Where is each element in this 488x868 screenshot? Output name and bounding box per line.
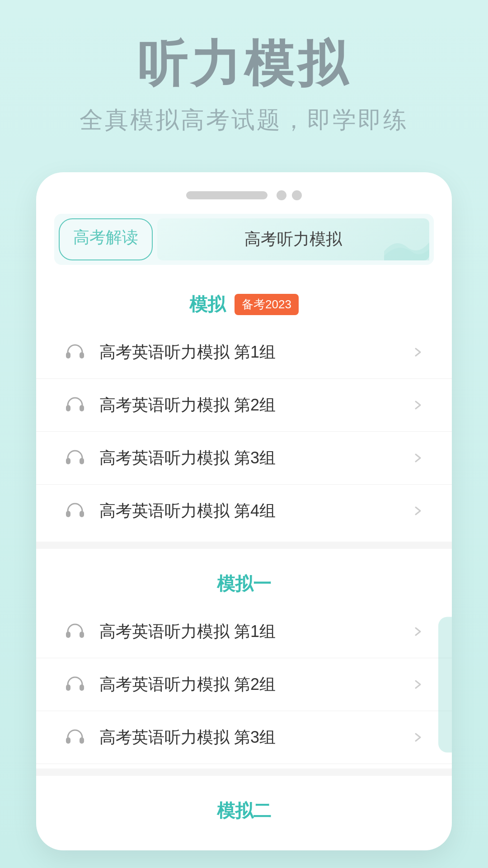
page-subtitle: 全真模拟高考试题，即学即练 [18,104,470,136]
phone-pill [186,191,267,199]
svg-rect-5 [80,458,84,464]
chevron-right-icon [411,398,425,412]
svg-rect-14 [438,617,452,753]
list-item[interactable]: 高考英语听力模拟 第3组 [36,711,452,764]
svg-rect-13 [80,737,84,744]
section-moni-title: 模拟 [189,292,225,317]
page-header: 听力模拟 全真模拟高考试题，即学即练 [0,0,488,154]
list-item[interactable]: 高考英语听力模拟 第2组 [36,658,452,711]
item-text: 高考英语听力模拟 第3组 [99,726,411,749]
wave-decoration [384,233,429,260]
headphone-icon [63,673,87,696]
svg-rect-4 [66,458,70,464]
section-divider-1 [36,542,452,549]
headphone-icon [63,340,87,364]
svg-rect-11 [80,684,84,691]
section-divider-2 [36,769,452,776]
corner-wave-decoration [411,605,452,764]
list-item[interactable]: 高考英语听力模拟 第1组 [36,605,452,658]
item-text: 高考英语听力模拟 第2组 [99,674,411,696]
svg-rect-3 [80,405,84,411]
chevron-right-icon [411,345,425,359]
svg-rect-12 [66,737,70,744]
svg-rect-8 [66,632,70,638]
section-moni-yi-header: 模拟一 [36,553,452,605]
phone-dot-2 [292,190,302,200]
list-item[interactable]: 高考英语听力模拟 第4组 [36,485,452,537]
section-moni-yi-list: 高考英语听力模拟 第1组 高考英语听力模拟 第2组 [36,605,452,764]
list-item[interactable]: 高考英语听力模拟 第2组 [36,379,452,432]
svg-rect-9 [80,632,84,638]
phone-dot-1 [277,190,286,200]
item-text: 高考英语听力模拟 第1组 [99,621,411,643]
item-text: 高考英语听力模拟 第3组 [99,447,411,469]
headphone-icon [63,446,87,470]
headphone-icon [63,620,87,643]
section-moni-yi-title: 模拟一 [217,571,271,596]
section-moni-main-header: 模拟 备考2023 [36,274,452,326]
svg-rect-0 [66,352,70,359]
headphone-icon [63,726,87,749]
svg-rect-10 [66,684,70,691]
phone-mockup: 高考解读 高考听力模拟 模拟 备考2023 高考英语听力模拟 第1 [36,172,452,850]
headphone-icon [63,393,87,417]
item-text: 高考英语听力模拟 第2组 [99,394,411,416]
headphone-icon [63,499,87,523]
phone-dots [277,190,302,200]
svg-rect-1 [80,352,84,359]
list-item[interactable]: 高考英语听力模拟 第3组 [36,432,452,485]
phone-top-bar [36,190,452,214]
content-area: 模拟 备考2023 高考英语听力模拟 第1组 [36,265,452,850]
section-moni-badge: 备考2023 [235,294,299,315]
section-moni-er-title: 模拟二 [217,798,271,823]
tab-gaokao-reading[interactable]: 高考解读 [59,218,153,260]
chevron-right-icon [411,451,425,465]
list-item[interactable]: 高考英语听力模拟 第1组 [36,326,452,379]
svg-rect-7 [80,511,84,517]
item-text: 高考英语听力模拟 第1组 [99,341,411,363]
svg-rect-2 [66,405,70,411]
section-moni-er-header: 模拟二 [36,780,452,841]
tab-gaokao-listening[interactable]: 高考听力模拟 [157,218,429,260]
section-moni-list: 高考英语听力模拟 第1组 高考英语听力模拟 第2组 [36,326,452,537]
chevron-right-icon [411,504,425,518]
tabs-container: 高考解读 高考听力模拟 [54,214,434,265]
page-title: 听力模拟 [18,36,470,91]
item-text: 高考英语听力模拟 第4组 [99,500,411,522]
svg-rect-6 [66,511,70,517]
